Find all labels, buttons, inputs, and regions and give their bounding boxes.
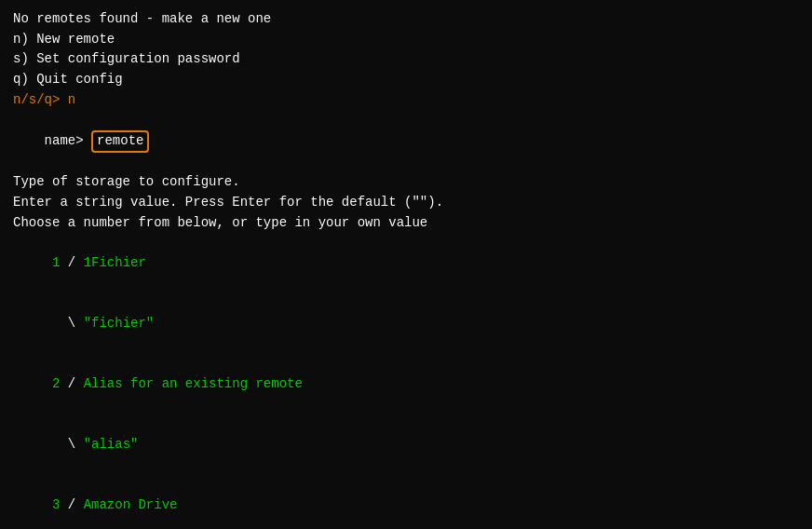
line-set-config: s) Set configuration password <box>13 49 799 70</box>
line-no-remotes: No remotes found - make a new one <box>13 9 799 30</box>
line-choose-number: Choose a number from below, or type in y… <box>13 213 799 234</box>
name-value: remote <box>91 130 149 153</box>
line-new-remote: n) New remote <box>13 30 799 50</box>
terminal: No remotes found - make a new one n) New… <box>13 9 799 529</box>
line-prompt-n: n/s/q> n <box>13 90 799 111</box>
list-item: \ "alias" <box>13 415 799 476</box>
list-item: 3 / Amazon Drive <box>13 476 799 529</box>
line-type-storage: Type of storage to configure. <box>13 172 799 193</box>
line-name-remote: name> remote <box>13 110 799 172</box>
list-item: 2 / Alias for an existing remote <box>13 355 799 415</box>
list-item: 1 / 1Fichier <box>13 233 799 293</box>
list-item: \ "fichier" <box>13 294 799 355</box>
name-label: name> <box>45 133 91 148</box>
line-enter-string: Enter a string value. Press Enter for th… <box>13 193 799 213</box>
line-quit-config: q) Quit config <box>13 70 799 90</box>
